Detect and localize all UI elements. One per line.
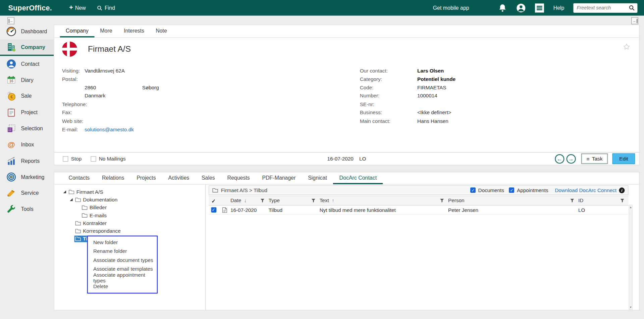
denmark-flag-icon: [62, 42, 77, 57]
table-row[interactable]: ✓ 16-07-2020 Tilbud Nyt tilbud med mere …: [209, 206, 628, 215]
next-record-button[interactable]: →: [566, 154, 576, 164]
filter-funnel-icon[interactable]: [260, 198, 264, 202]
filter-funnel-icon[interactable]: [570, 198, 574, 202]
favorite-star-icon[interactable]: [623, 43, 630, 51]
filter-funnel-icon[interactable]: [440, 198, 444, 202]
scroll-up-icon[interactable]: ▲: [629, 205, 632, 209]
sidebar-item-project[interactable]: Project: [0, 104, 54, 120]
field-label: Fax:: [62, 110, 85, 116]
download-docarc-connect-link[interactable]: Download DocArc Connect: [555, 187, 616, 193]
tree-item-label: Billeder: [90, 204, 107, 210]
docarc-document-panel: Firmaet A/S > Tilbud ✓ Documents ✓ Appoi…: [205, 184, 639, 310]
expander-icon[interactable]: [70, 198, 73, 201]
tab-company[interactable]: Company: [60, 25, 94, 38]
column-header-date[interactable]: Date ↓: [230, 196, 269, 205]
sidebar-item-contact[interactable]: Contact: [0, 56, 54, 72]
field-label: Number:: [360, 93, 417, 99]
column-header-type[interactable]: Type: [269, 196, 320, 205]
scroll-down-icon[interactable]: ▼: [629, 306, 632, 310]
get-mobile-app-link[interactable]: Get mobile app: [433, 5, 469, 11]
tree-item-billeder[interactable]: Billeder: [54, 203, 206, 211]
row-checkbox[interactable]: ✓: [211, 207, 216, 213]
sort-asc-icon: ↑: [332, 198, 334, 203]
task-button[interactable]: ≡ Task: [581, 153, 608, 164]
tree-item-firmaet-as[interactable]: Firmaet A/S: [54, 188, 206, 196]
field-value: Søborg: [142, 85, 200, 90]
search-submit-icon[interactable]: [628, 4, 635, 11]
tab-projects[interactable]: Projects: [130, 172, 162, 184]
field-label: Postal:: [62, 76, 85, 82]
documents-checkbox[interactable]: ✓: [470, 187, 476, 193]
folder-icon: [75, 197, 81, 202]
email-link[interactable]: solutions@amesto.dk: [85, 127, 142, 132]
sidebar-item-company[interactable]: Company: [0, 40, 54, 56]
filter-funnel-icon[interactable]: [311, 198, 315, 202]
tree-item-dokumentation[interactable]: Dokumentation: [54, 196, 206, 203]
new-button[interactable]: + New: [69, 4, 86, 11]
field-label: Main contact:: [360, 118, 417, 124]
tree-item-e-mails[interactable]: E-mails: [54, 211, 206, 219]
edit-button[interactable]: Edit: [612, 153, 635, 164]
freetext-search: [573, 3, 637, 12]
info-icon[interactable]: i: [619, 187, 625, 193]
collapse-panel-icon[interactable]: →: [631, 17, 638, 24]
field-value: 2860: [85, 85, 142, 90]
find-button[interactable]: Find: [97, 5, 115, 11]
expander-icon[interactable]: [63, 190, 66, 193]
stop-checkbox[interactable]: [63, 156, 68, 162]
table-scrollbar[interactable]: ▲ ▼: [629, 205, 633, 310]
freetext-search-input[interactable]: [576, 4, 629, 11]
sidebar-item-tools[interactable]: Tools: [0, 201, 54, 217]
sidebar-item-inbox[interactable]: @ Inbox: [0, 137, 54, 153]
appointments-checkbox[interactable]: ✓: [509, 187, 515, 193]
tab-more[interactable]: More: [94, 25, 118, 38]
tab-pdf-manager[interactable]: PDF-Manager: [256, 172, 302, 184]
tree-item-label: Firmaet A/S: [76, 189, 103, 195]
tab-sales[interactable]: Sales: [196, 172, 221, 184]
app-logo[interactable]: SuperOffice.: [8, 3, 52, 12]
tree-item-korrespondance[interactable]: Korrespondance: [54, 227, 206, 235]
tree-item-label: E-mails: [90, 212, 107, 218]
detail-panel-tabs: Contacts Relations Projects Activities S…: [54, 172, 639, 185]
context-menu-new-folder[interactable]: New folder: [88, 238, 157, 247]
column-header-id[interactable]: ID: [578, 196, 628, 205]
tab-note[interactable]: Note: [150, 25, 173, 38]
tab-docarc-contact[interactable]: DocArc Contact: [333, 172, 383, 184]
tab-activities[interactable]: Activities: [162, 172, 196, 184]
sidebar-item-service[interactable]: Service: [0, 185, 54, 201]
context-menu-rename-folder[interactable]: Rename folder: [88, 247, 157, 256]
tree-item-label: Dokumentation: [83, 197, 117, 202]
sidebar-item-reports[interactable]: Reports: [0, 153, 54, 169]
sidebar-item-diary[interactable]: 16 Diary: [0, 72, 54, 88]
tree-item-kontrakter[interactable]: Kontrakter: [54, 219, 206, 227]
field-value: 1000014: [417, 93, 475, 99]
tab-signicat[interactable]: Signicat: [302, 172, 333, 184]
tab-requests[interactable]: Requests: [221, 172, 256, 184]
select-all-column-header[interactable]: ✓: [209, 196, 218, 205]
previous-record-button[interactable]: ←: [555, 154, 564, 164]
sidebar-item-sale[interactable]: $€ Sale: [0, 88, 54, 104]
field-value: Potentiel kunde: [417, 76, 475, 82]
sidebar-label: Marketing: [21, 174, 44, 180]
column-header-person[interactable]: Person: [448, 196, 578, 205]
sidebar-item-dashboard[interactable]: Dashboard: [0, 24, 54, 40]
help-link[interactable]: Help: [553, 5, 565, 11]
tab-contacts[interactable]: Contacts: [62, 172, 96, 184]
main-menu-icon[interactable]: [535, 3, 544, 12]
notifications-bell-icon[interactable]: [498, 3, 507, 12]
coin-icon: $€: [6, 91, 16, 101]
tab-interests[interactable]: Interests: [118, 25, 150, 38]
context-menu-associate-appointment-types[interactable]: Associate appointment types: [88, 273, 157, 282]
no-mailings-checkbox[interactable]: [91, 156, 96, 162]
column-header-text[interactable]: Text ↑: [320, 196, 448, 205]
user-profile-icon[interactable]: [516, 3, 526, 12]
find-button-label: Find: [105, 5, 115, 11]
context-menu-associate-document-types[interactable]: Associate document types: [88, 256, 157, 265]
table-header: ✓ Date ↓ Type Text ↑: [209, 196, 628, 206]
docarc-toolbar: Firmaet A/S > Tilbud ✓ Documents ✓ Appoi…: [209, 185, 628, 195]
sidebar-item-selection[interactable]: Selection: [0, 121, 54, 137]
cell-person: Peter Jensen: [448, 206, 578, 214]
sidebar-item-marketing[interactable]: Marketing: [0, 169, 54, 185]
filter-funnel-icon[interactable]: [620, 198, 624, 202]
tab-relations[interactable]: Relations: [96, 172, 130, 184]
